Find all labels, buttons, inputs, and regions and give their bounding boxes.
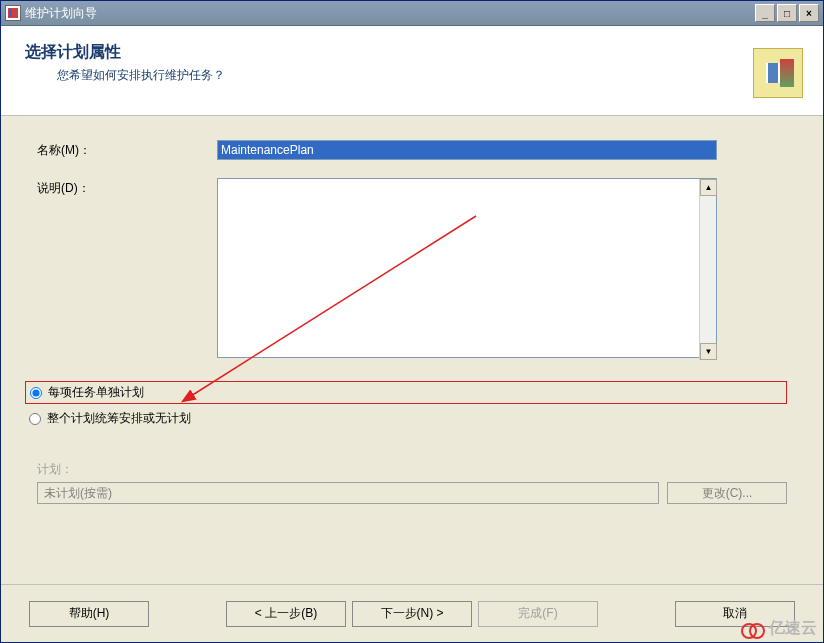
wizard-icon [753,48,803,98]
schedule-type-group: 每项任务单独计划 整个计划统筹安排或无计划 [25,381,787,429]
watermark-text: 亿速云 [769,618,817,639]
next-button[interactable]: 下一步(N) > [352,601,472,627]
back-button[interactable]: < 上一步(B) [226,601,346,627]
scroll-up-button[interactable]: ▲ [700,179,717,196]
schedule-label: 计划： [37,461,787,478]
schedule-display [37,482,659,504]
svg-rect-1 [9,9,12,17]
watermark: 亿速云 [741,618,817,639]
close-button[interactable]: × [799,4,819,22]
radio-combined-label: 整个计划统筹安排或无计划 [47,410,191,427]
change-schedule-button: 更改(C)... [667,482,787,504]
wizard-header: 选择计划属性 您希望如何安排执行维护任务？ [1,26,823,116]
wizard-content: 名称(M)： 说明(D)： ▲ ▼ 每项任务单独计划 [1,116,823,514]
radio-separate-label: 每项任务单独计划 [48,384,144,401]
watermark-icon [741,619,765,639]
radio-option-separate[interactable]: 每项任务单独计划 [25,381,787,404]
radio-combined[interactable] [29,413,41,425]
description-label: 说明(D)： [37,178,217,197]
help-button[interactable]: 帮助(H) [29,601,149,627]
titlebar: 维护计划向导 _ □ × [1,1,823,26]
name-label: 名称(M)： [37,140,217,159]
wizard-footer: 帮助(H) < 上一步(B) 下一步(N) > 完成(F) 取消 [1,584,823,642]
maximize-button[interactable]: □ [777,4,797,22]
scroll-down-button[interactable]: ▼ [700,343,717,360]
schedule-section: 计划： 更改(C)... [37,461,787,504]
window-title: 维护计划向导 [25,5,755,22]
page-title: 选择计划属性 [25,42,753,63]
radio-option-combined[interactable]: 整个计划统筹安排或无计划 [25,408,787,429]
wizard-window: 维护计划向导 _ □ × 选择计划属性 您希望如何安排执行维护任务？ 名称(M)… [0,0,824,643]
finish-button: 完成(F) [478,601,598,627]
app-icon [5,5,21,21]
minimize-button[interactable]: _ [755,4,775,22]
page-subtitle: 您希望如何安排执行维护任务？ [25,67,753,84]
window-controls: _ □ × [755,4,819,22]
scrollbar[interactable]: ▲ ▼ [699,179,716,360]
radio-separate[interactable] [30,387,42,399]
description-field[interactable] [217,178,717,358]
name-field[interactable] [217,140,717,160]
